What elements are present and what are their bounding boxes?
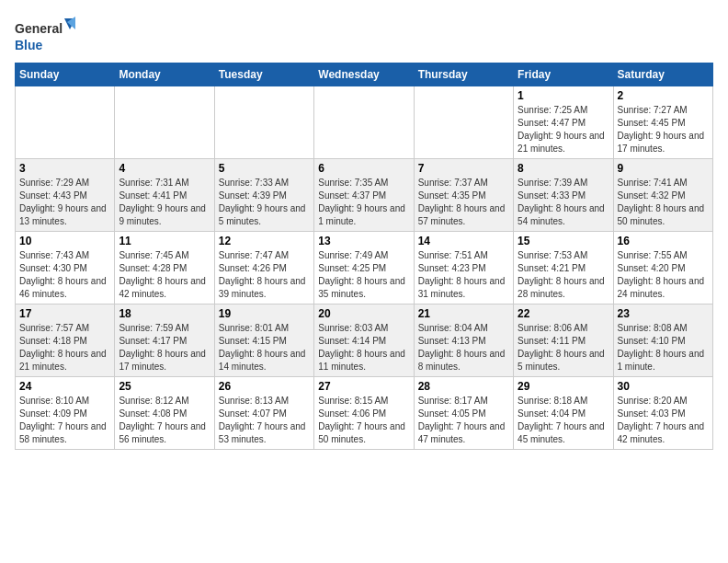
calendar-cell: 8Sunrise: 7:39 AM Sunset: 4:33 PM Daylig… — [514, 159, 613, 232]
svg-text:Blue: Blue — [15, 38, 43, 52]
page: General Blue SundayMondayTuesdayWednesda… — [0, 0, 728, 457]
day-number: 29 — [518, 380, 609, 393]
day-info: Sunrise: 7:59 AM Sunset: 4:17 PM Dayligh… — [119, 322, 210, 373]
calendar-cell: 30Sunrise: 8:20 AM Sunset: 4:03 PM Dayli… — [613, 377, 712, 450]
day-info: Sunrise: 8:18 AM Sunset: 4:04 PM Dayligh… — [518, 395, 609, 446]
calendar-day-header: Wednesday — [314, 63, 414, 86]
header: General Blue — [15, 15, 713, 59]
day-info: Sunrise: 8:20 AM Sunset: 4:03 PM Dayligh… — [618, 395, 709, 446]
day-number: 23 — [618, 307, 709, 320]
day-info: Sunrise: 8:12 AM Sunset: 4:08 PM Dayligh… — [119, 395, 210, 446]
calendar-cell: 24Sunrise: 8:10 AM Sunset: 4:09 PM Dayli… — [16, 377, 115, 450]
day-info: Sunrise: 7:39 AM Sunset: 4:33 PM Dayligh… — [518, 177, 609, 228]
day-info: Sunrise: 7:51 AM Sunset: 4:23 PM Dayligh… — [418, 249, 509, 301]
calendar-day-header: Sunday — [16, 63, 115, 86]
calendar-cell: 7Sunrise: 7:37 AM Sunset: 4:35 PM Daylig… — [414, 159, 513, 232]
calendar-cell: 3Sunrise: 7:29 AM Sunset: 4:43 PM Daylig… — [16, 159, 115, 232]
calendar-day-header: Monday — [115, 63, 214, 86]
day-info: Sunrise: 7:31 AM Sunset: 4:41 PM Dayligh… — [119, 177, 210, 228]
day-info: Sunrise: 7:37 AM Sunset: 4:35 PM Dayligh… — [418, 177, 509, 228]
day-number: 28 — [418, 380, 509, 393]
day-number: 3 — [19, 162, 110, 175]
calendar-week-row: 17Sunrise: 7:57 AM Sunset: 4:18 PM Dayli… — [16, 304, 713, 377]
calendar-cell: 18Sunrise: 7:59 AM Sunset: 4:17 PM Dayli… — [115, 304, 214, 377]
day-info: Sunrise: 7:35 AM Sunset: 4:37 PM Dayligh… — [318, 177, 409, 228]
calendar-cell: 27Sunrise: 8:15 AM Sunset: 4:06 PM Dayli… — [314, 377, 414, 450]
day-number: 21 — [418, 307, 509, 320]
day-info: Sunrise: 7:55 AM Sunset: 4:20 PM Dayligh… — [618, 249, 709, 301]
calendar-week-row: 24Sunrise: 8:10 AM Sunset: 4:09 PM Dayli… — [16, 377, 713, 450]
day-info: Sunrise: 8:06 AM Sunset: 4:11 PM Dayligh… — [518, 322, 609, 373]
day-number: 16 — [618, 235, 709, 247]
calendar-cell: 1Sunrise: 7:25 AM Sunset: 4:47 PM Daylig… — [514, 86, 613, 159]
calendar-cell: 29Sunrise: 8:18 AM Sunset: 4:04 PM Dayli… — [514, 377, 613, 450]
day-info: Sunrise: 7:41 AM Sunset: 4:32 PM Dayligh… — [618, 177, 709, 228]
day-number: 8 — [518, 162, 609, 175]
day-number: 26 — [219, 380, 310, 393]
calendar-cell: 9Sunrise: 7:41 AM Sunset: 4:32 PM Daylig… — [613, 159, 712, 232]
calendar-cell: 4Sunrise: 7:31 AM Sunset: 4:41 PM Daylig… — [115, 159, 214, 232]
calendar-cell: 22Sunrise: 8:06 AM Sunset: 4:11 PM Dayli… — [514, 304, 613, 377]
calendar-cell — [414, 86, 513, 159]
logo: General Blue — [15, 15, 79, 59]
calendar-cell: 13Sunrise: 7:49 AM Sunset: 4:25 PM Dayli… — [314, 232, 414, 304]
calendar-cell: 25Sunrise: 8:12 AM Sunset: 4:08 PM Dayli… — [115, 377, 214, 450]
calendar-cell: 21Sunrise: 8:04 AM Sunset: 4:13 PM Dayli… — [414, 304, 513, 377]
svg-text:General: General — [15, 21, 63, 36]
calendar-cell: 14Sunrise: 7:51 AM Sunset: 4:23 PM Dayli… — [414, 232, 513, 304]
calendar-day-header: Thursday — [414, 63, 513, 86]
calendar-cell: 26Sunrise: 8:13 AM Sunset: 4:07 PM Dayli… — [214, 377, 313, 450]
calendar-cell: 15Sunrise: 7:53 AM Sunset: 4:21 PM Dayli… — [514, 232, 613, 304]
day-info: Sunrise: 7:33 AM Sunset: 4:39 PM Dayligh… — [219, 177, 310, 228]
day-info: Sunrise: 8:10 AM Sunset: 4:09 PM Dayligh… — [19, 395, 110, 446]
day-number: 9 — [618, 162, 709, 175]
day-info: Sunrise: 8:15 AM Sunset: 4:06 PM Dayligh… — [318, 395, 409, 446]
day-number: 19 — [219, 307, 310, 320]
calendar-cell — [314, 86, 414, 159]
calendar-cell — [115, 86, 214, 159]
calendar-header-row: SundayMondayTuesdayWednesdayThursdayFrid… — [16, 63, 713, 86]
day-info: Sunrise: 8:01 AM Sunset: 4:15 PM Dayligh… — [219, 322, 310, 373]
calendar-cell — [16, 86, 115, 159]
day-info: Sunrise: 8:13 AM Sunset: 4:07 PM Dayligh… — [219, 395, 310, 446]
calendar-cell: 11Sunrise: 7:45 AM Sunset: 4:28 PM Dayli… — [115, 232, 214, 304]
day-number: 22 — [518, 307, 609, 320]
day-info: Sunrise: 7:45 AM Sunset: 4:28 PM Dayligh… — [119, 249, 210, 301]
calendar-cell: 12Sunrise: 7:47 AM Sunset: 4:26 PM Dayli… — [214, 232, 313, 304]
calendar-cell: 23Sunrise: 8:08 AM Sunset: 4:10 PM Dayli… — [613, 304, 712, 377]
day-info: Sunrise: 7:49 AM Sunset: 4:25 PM Dayligh… — [318, 249, 409, 301]
day-info: Sunrise: 7:53 AM Sunset: 4:21 PM Dayligh… — [518, 249, 609, 301]
day-number: 12 — [219, 235, 310, 247]
day-info: Sunrise: 7:29 AM Sunset: 4:43 PM Dayligh… — [19, 177, 110, 228]
day-number: 27 — [318, 380, 409, 393]
day-info: Sunrise: 7:27 AM Sunset: 4:45 PM Dayligh… — [618, 104, 709, 155]
day-number: 15 — [518, 235, 609, 247]
calendar-cell: 6Sunrise: 7:35 AM Sunset: 4:37 PM Daylig… — [314, 159, 414, 232]
day-number: 24 — [19, 380, 110, 393]
calendar-cell: 20Sunrise: 8:03 AM Sunset: 4:14 PM Dayli… — [314, 304, 414, 377]
calendar-week-row: 10Sunrise: 7:43 AM Sunset: 4:30 PM Dayli… — [16, 232, 713, 304]
day-number: 25 — [119, 380, 210, 393]
day-number: 10 — [19, 235, 110, 247]
day-info: Sunrise: 7:25 AM Sunset: 4:47 PM Dayligh… — [518, 104, 609, 155]
day-number: 20 — [318, 307, 409, 320]
day-number: 6 — [318, 162, 409, 175]
calendar-cell: 28Sunrise: 8:17 AM Sunset: 4:05 PM Dayli… — [414, 377, 513, 450]
day-number: 14 — [418, 235, 509, 247]
day-info: Sunrise: 8:08 AM Sunset: 4:10 PM Dayligh… — [618, 322, 709, 373]
day-number: 5 — [219, 162, 310, 175]
calendar-day-header: Friday — [514, 63, 613, 86]
day-number: 13 — [318, 235, 409, 247]
calendar-week-row: 3Sunrise: 7:29 AM Sunset: 4:43 PM Daylig… — [16, 159, 713, 232]
day-info: Sunrise: 7:57 AM Sunset: 4:18 PM Dayligh… — [19, 322, 110, 373]
calendar-cell: 16Sunrise: 7:55 AM Sunset: 4:20 PM Dayli… — [613, 232, 712, 304]
day-info: Sunrise: 7:47 AM Sunset: 4:26 PM Dayligh… — [219, 249, 310, 301]
day-info: Sunrise: 8:17 AM Sunset: 4:05 PM Dayligh… — [418, 395, 509, 446]
calendar-day-header: Tuesday — [214, 63, 313, 86]
day-number: 1 — [518, 89, 609, 102]
day-number: 30 — [618, 380, 709, 393]
calendar-cell: 17Sunrise: 7:57 AM Sunset: 4:18 PM Dayli… — [16, 304, 115, 377]
calendar-cell — [214, 86, 313, 159]
day-number: 17 — [19, 307, 110, 320]
day-info: Sunrise: 8:03 AM Sunset: 4:14 PM Dayligh… — [318, 322, 409, 373]
